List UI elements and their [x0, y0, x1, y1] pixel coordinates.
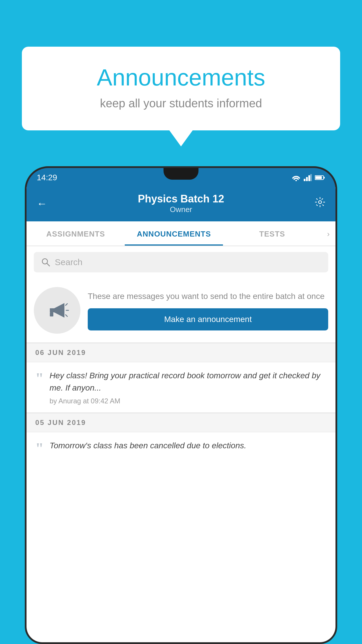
quote-icon-1: "	[35, 371, 44, 386]
announcement-item-2[interactable]: " Tomorrow's class has been cancelled du…	[27, 432, 335, 463]
tab-announcements[interactable]: ANNOUNCEMENTS	[125, 221, 223, 246]
megaphone-icon	[44, 297, 70, 323]
svg-point-8	[319, 201, 321, 204]
tab-assignments[interactable]: ASSIGNMENTS	[27, 221, 125, 246]
battery-icon	[315, 175, 325, 181]
tab-more[interactable]: ›	[321, 221, 335, 246]
wifi-icon	[291, 174, 301, 181]
phone-screen: ← Physics Batch 12 Owner ASSIGNMENTS	[27, 187, 335, 642]
status-time: 14:29	[37, 173, 57, 182]
bubble-title: Announcements	[45, 64, 317, 91]
search-container: Search	[27, 246, 335, 278]
svg-rect-11	[50, 312, 53, 316]
promo-icon-circle	[34, 287, 80, 334]
search-icon	[41, 258, 50, 267]
phone-notch	[164, 168, 198, 180]
search-placeholder-text: Search	[55, 257, 82, 267]
header-center: Physics Batch 12 Owner	[138, 193, 224, 214]
svg-rect-1	[304, 179, 305, 181]
promo-description: These are messages you want to send to t…	[88, 290, 328, 302]
announcement-content-1: Hey class! Bring your practical record b…	[50, 370, 327, 405]
search-bar[interactable]: Search	[34, 252, 328, 272]
app-content: ← Physics Batch 12 Owner ASSIGNMENTS	[27, 187, 335, 642]
make-announcement-button[interactable]: Make an announcement	[88, 308, 328, 330]
announcement-text-2: Tomorrow's class has been cancelled due …	[50, 440, 327, 452]
announcement-text-1: Hey class! Bring your practical record b…	[50, 370, 327, 394]
date-section-1: 06 JUN 2019	[27, 343, 335, 362]
svg-rect-3	[308, 175, 310, 181]
app-header: ← Physics Batch 12 Owner	[27, 187, 335, 221]
header-title: Physics Batch 12	[138, 193, 224, 205]
announcement-item-1[interactable]: " Hey class! Bring your practical record…	[27, 362, 335, 413]
quote-icon-2: "	[35, 441, 44, 456]
status-bar: 14:29	[27, 168, 335, 187]
svg-rect-2	[306, 177, 308, 181]
svg-point-0	[296, 180, 297, 181]
svg-rect-7	[315, 176, 322, 179]
promo-section: These are messages you want to send to t…	[27, 278, 335, 343]
svg-line-10	[47, 263, 50, 266]
header-subtitle: Owner	[138, 205, 224, 214]
date-label-2: 05 JUN 2019	[35, 419, 86, 426]
date-section-2: 05 JUN 2019	[27, 413, 335, 432]
announcement-content-2: Tomorrow's class has been cancelled due …	[50, 440, 327, 455]
svg-rect-4	[310, 174, 312, 181]
svg-line-12	[66, 304, 67, 305]
speech-bubble-card: Announcements keep all your students inf…	[22, 47, 340, 130]
speech-bubble-section: Announcements keep all your students inf…	[22, 47, 340, 146]
signal-icon	[304, 174, 312, 181]
tabs-bar: ASSIGNMENTS ANNOUNCEMENTS TESTS ›	[27, 221, 335, 246]
svg-line-14	[66, 315, 67, 316]
bubble-subtitle: keep all your students informed	[45, 97, 317, 110]
phone-frame: 14:29	[25, 166, 337, 644]
announcement-author-1: by Anurag at 09:42 AM	[50, 397, 327, 405]
date-label-1: 06 JUN 2019	[35, 349, 86, 356]
promo-content: These are messages you want to send to t…	[88, 290, 328, 330]
settings-button[interactable]	[315, 197, 325, 210]
back-button[interactable]: ←	[37, 197, 47, 210]
status-icons	[291, 174, 325, 181]
tab-tests[interactable]: TESTS	[223, 221, 321, 246]
bubble-arrow	[169, 130, 193, 146]
svg-rect-6	[324, 177, 325, 178]
